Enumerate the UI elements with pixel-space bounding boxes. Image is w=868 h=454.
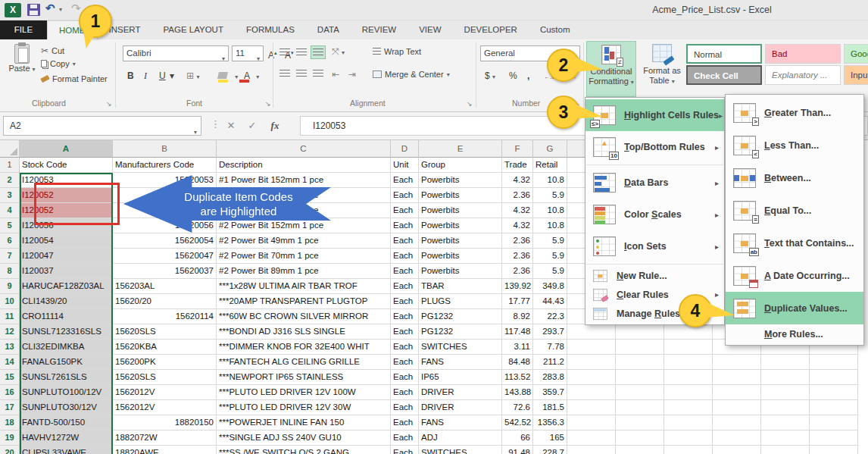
tab-file[interactable]: FILE [0,20,47,39]
cell-c7[interactable]: #2 Power Bit 70mm 1 pce [217,249,391,264]
cell-d18[interactable]: Each [391,415,419,431]
cell-h14[interactable] [567,355,616,370]
select-all-button[interactable] [0,140,20,158]
row-header-20[interactable]: 20 [0,446,20,454]
cell-g9[interactable]: 349.8 [533,279,567,294]
cell-j19[interactable] [664,431,713,446]
cell-c10[interactable]: ***20AMP TRANSPARENT PLUGTOP [217,294,391,309]
cell-d15[interactable]: Each [391,370,419,385]
menu-item-greater-than[interactable]: >Greater Than... [726,96,863,129]
cell-m16[interactable] [810,385,858,400]
currency-button[interactable]: $ ▾ [485,68,495,83]
cell-f18[interactable]: 542.52 [502,415,533,431]
cell-f3[interactable]: 2.36 [502,188,533,203]
underline-button[interactable]: U [159,68,166,83]
row-header-3[interactable]: 3 [0,188,20,203]
cell-g13[interactable]: 7.78 [533,340,567,355]
undo-dropdown-icon[interactable]: ▾ [59,6,62,13]
cell-k19[interactable] [713,431,761,446]
cell-i17[interactable] [616,400,664,415]
cell-b10[interactable]: 15620/20 [113,294,217,309]
menu-item-equal-to[interactable]: =Equal To... [726,194,863,227]
cell-b17[interactable]: 1562012V [113,400,217,415]
cell-l20[interactable] [761,446,810,454]
cell-f7[interactable]: 2.36 [502,249,533,264]
cell-j18[interactable] [664,415,713,431]
cell-e4[interactable]: Powerbits [419,203,502,218]
cell-m18[interactable] [810,415,858,431]
cell-m19[interactable] [810,431,858,446]
cell-a1[interactable]: Stock Code [20,158,113,173]
row-header-10[interactable]: 10 [0,294,20,309]
menu-item-duplicate-values[interactable]: Duplicate Values... [726,292,863,324]
font-name-combo[interactable]: Calibri▾ [123,45,229,61]
cell-k16[interactable] [713,385,761,400]
wrap-text-button[interactable]: Wrap Text [373,47,421,56]
cell-m15[interactable] [810,370,858,385]
cell-i18[interactable] [616,415,664,431]
cell-c6[interactable]: #2 Power Bit 49mm 1 pce [217,233,391,249]
cell-e20[interactable]: SWITCHES [419,446,502,454]
cell-f9[interactable]: 139.92 [502,279,533,294]
cell-a12[interactable]: SUNSL7123316SLS [20,324,113,340]
cell-l17[interactable] [761,400,810,415]
cell-g16[interactable]: 359.7 [533,385,567,400]
cell-f20[interactable]: 91.48 [502,446,533,454]
tab-review[interactable]: REVIEW [351,20,407,39]
cell-b1[interactable]: Manufacturers Code [113,158,217,173]
cell-f5[interactable]: 4.32 [502,218,533,233]
cell-g12[interactable]: 293.7 [533,324,567,340]
cell-f14[interactable]: 84.48 [502,355,533,370]
cell-c18[interactable]: ***POWERJET INLINE FAN 150 [217,415,391,431]
tab-formulas[interactable]: FORMULAS [235,20,306,39]
row-header-2[interactable]: 2 [0,173,20,188]
row-header-6[interactable]: 6 [0,233,20,249]
cell-e8[interactable]: Powerbits [419,264,502,279]
menu-item-color-scales[interactable]: Color Scales▸ [585,199,724,230]
cell-i16[interactable] [616,385,664,400]
cell-d16[interactable]: Each [391,385,419,400]
italic-button[interactable]: I [144,68,147,83]
cell-d17[interactable]: Each [391,400,419,415]
align-left-button[interactable] [277,67,292,80]
cell-e15[interactable]: IP65 [419,370,502,385]
cell-a14[interactable]: FANALG150PK [20,355,113,370]
tab-page-layout[interactable]: PAGE LAYOUT [151,20,234,39]
comma-button[interactable]: , [527,68,529,83]
paste-button[interactable]: Paste ▾ [6,44,38,94]
cell-a20[interactable]: CLIPSL33VAWE [20,446,113,454]
cell-l19[interactable] [761,431,810,446]
cancel-icon[interactable]: ✕ [221,116,241,136]
cell-e5[interactable]: Powerbits [419,218,502,233]
menu-item-icon-sets[interactable]: Icon Sets▸ [585,230,724,262]
cell-e9[interactable]: TBAR [419,279,502,294]
cell-a8[interactable]: I120037 [20,264,113,279]
cell-b15[interactable]: 15620SLS [113,370,217,385]
format-as-table-button[interactable]: Format as Table ▾ [639,41,685,97]
cell-j20[interactable] [664,446,713,454]
row-header-13[interactable]: 13 [0,340,20,355]
fill-color-button[interactable]: ▾ [218,68,238,83]
cell-e18[interactable]: FANS [419,415,502,431]
cell-b11[interactable]: 15620114 [113,309,217,324]
menu-item-text-that-contains[interactable]: abText that Contains... [726,227,863,259]
cell-f10[interactable]: 17.77 [502,294,533,309]
row-header-12[interactable]: 12 [0,324,20,340]
tab-data[interactable]: DATA [306,20,351,39]
cell-g2[interactable]: 10.8 [533,173,567,188]
cell-g19[interactable]: 165 [533,431,567,446]
cell-h12[interactable] [567,324,616,340]
row-header-4[interactable]: 4 [0,203,20,218]
cell-h18[interactable] [567,415,616,431]
cell-b20[interactable]: 18820AWE [113,446,217,454]
menu-item-between[interactable]: Between... [726,161,863,194]
cell-k20[interactable] [713,446,761,454]
cell-c11[interactable]: ***60W BC CROWN SILVER MIRROR [217,309,391,324]
row-header-15[interactable]: 15 [0,370,20,385]
cell-d20[interactable]: Each [391,446,419,454]
row-header-17[interactable]: 17 [0,400,20,415]
cell-i19[interactable] [616,431,664,446]
cell-c14[interactable]: ***FANTECH ALG CEILING GRILLE [217,355,391,370]
row-header-5[interactable]: 5 [0,218,20,233]
cell-d7[interactable]: Each [391,249,419,264]
